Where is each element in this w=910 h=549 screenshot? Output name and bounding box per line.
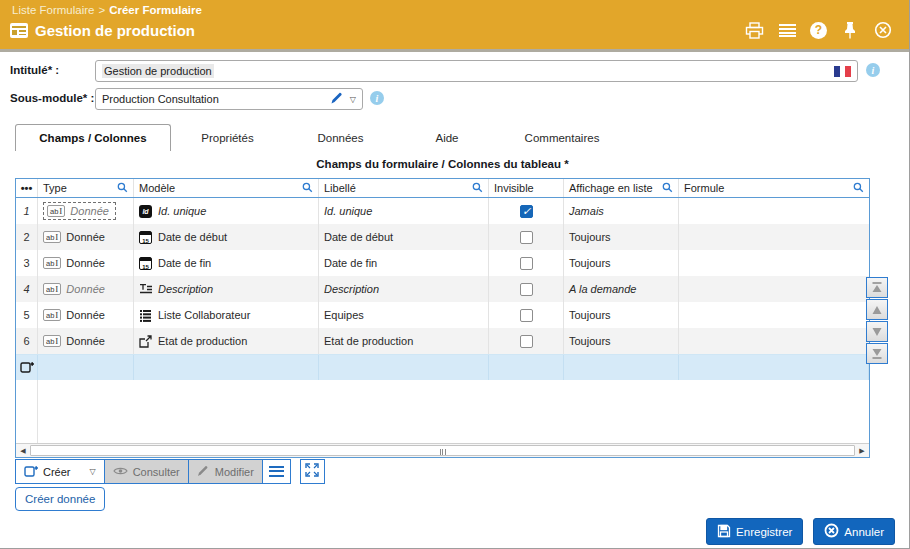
chevron-down-icon[interactable]: ▽ — [350, 95, 356, 104]
enregistrer-button[interactable]: Enregistrer — [706, 518, 803, 545]
invisible-checkbox[interactable] — [520, 335, 533, 348]
intitule-info-icon[interactable]: i — [866, 63, 880, 77]
breadcrumb-separator: > — [98, 4, 105, 16]
column-header-libelle[interactable]: Libellé — [319, 179, 489, 197]
form-icon — [10, 23, 28, 38]
scrollbar-thumb[interactable] — [30, 445, 855, 456]
creer-donnee-button[interactable]: Créer donnée — [15, 487, 105, 511]
annuler-button[interactable]: Annuler — [813, 518, 895, 545]
tab-proprietes[interactable]: Propriétés — [171, 124, 284, 151]
multiline-text-icon — [139, 283, 152, 296]
close-icon[interactable] — [873, 20, 893, 40]
pencil-icon — [197, 464, 210, 479]
intitule-input[interactable]: Gestion de production — [95, 60, 858, 82]
add-record-icon — [24, 464, 38, 480]
row-number: 6 — [16, 328, 38, 354]
row-number: 3 — [16, 250, 38, 276]
column-header-rownum[interactable]: ••• — [16, 179, 38, 197]
column-header-invisible[interactable]: Invisible — [489, 179, 564, 197]
column-header-type[interactable]: Type — [38, 179, 134, 197]
sous-module-select[interactable]: Production Consultation ▽ — [95, 88, 363, 110]
list-icon — [139, 309, 152, 322]
tab-commentaires[interactable]: Commentaires — [497, 124, 627, 151]
table-caption: Champs du formulaire / Colonnes du table… — [15, 158, 870, 170]
table-row[interactable]: 5 abIDonnée Liste Collaborateur Equipes … — [16, 302, 869, 328]
help-icon[interactable]: ? — [810, 22, 827, 39]
sous-module-info-icon[interactable]: i — [370, 91, 384, 105]
save-icon — [717, 524, 731, 540]
search-icon[interactable] — [472, 182, 483, 195]
move-up-icon[interactable] — [866, 299, 888, 320]
scrollbar-grip-icon — [439, 449, 446, 455]
invisible-checkbox[interactable] — [520, 283, 533, 296]
printer-icon[interactable] — [744, 20, 764, 40]
insert-row-icon[interactable] — [20, 360, 34, 376]
column-header-modele[interactable]: Modèle — [134, 179, 319, 197]
move-top-icon[interactable] — [866, 277, 888, 298]
header: Liste Formulaire>Créer Formulaire Gestio… — [0, 0, 909, 52]
tab-champs-colonnes[interactable]: Champs / Colonnes — [15, 124, 171, 151]
column-header-affichage[interactable]: Affichage en liste — [564, 179, 679, 197]
breadcrumb-parent-link[interactable]: Liste Formulaire — [12, 4, 94, 16]
cancel-icon — [824, 523, 839, 540]
french-flag-icon — [834, 66, 851, 77]
sous-module-value: Production Consultation — [102, 93, 219, 105]
app-window: Liste Formulaire>Créer Formulaire Gestio… — [0, 0, 910, 549]
titlebar: Gestion de production ? — [0, 16, 909, 40]
external-link-icon — [139, 335, 152, 348]
invisible-checkbox[interactable] — [520, 205, 533, 218]
expand-button[interactable] — [300, 459, 325, 484]
invisible-checkbox[interactable] — [520, 257, 533, 270]
text-field-icon: abI — [43, 283, 61, 295]
column-header-formule[interactable]: Formule — [679, 179, 869, 197]
unique-id-icon: Id — [139, 205, 152, 218]
search-icon[interactable] — [302, 182, 313, 195]
row-number: 5 — [16, 302, 38, 328]
chevron-down-icon[interactable]: ▽ — [90, 467, 96, 476]
move-bottom-icon[interactable] — [866, 343, 888, 364]
row-number: 1 — [16, 198, 38, 224]
horizontal-scrollbar[interactable]: ◀ ▶ — [16, 443, 869, 457]
invisible-checkbox[interactable] — [520, 309, 533, 322]
table-row[interactable]: 2 abIDonnée Date de début Date de début … — [16, 224, 869, 250]
more-actions-button[interactable] — [262, 460, 290, 483]
intitule-label: Intitulé* : — [10, 64, 59, 76]
table-row[interactable]: 1 abIDonnée IdId. unique Id. unique Jama… — [16, 198, 869, 224]
text-field-icon: abI — [43, 335, 61, 347]
modifier-button[interactable]: Modifier — [188, 460, 262, 483]
search-icon[interactable] — [853, 182, 864, 195]
edit-pencil-icon[interactable] — [330, 91, 344, 107]
titlebar-actions: ? — [744, 20, 899, 40]
table-row[interactable]: 4 abIDonnée Description Description A la… — [16, 276, 869, 302]
type-cell-focused[interactable]: abIDonnée — [43, 202, 116, 220]
calendar-icon — [139, 231, 152, 244]
fields-table: ••• Type Modèle Libellé Invisible Affich… — [15, 178, 870, 458]
search-icon[interactable] — [662, 182, 673, 195]
tab-aide[interactable]: Aide — [397, 124, 497, 151]
row-number: 2 — [16, 224, 38, 250]
footer-actions: Enregistrer Annuler — [706, 518, 895, 545]
record-button-group: Créer ▽ Consulter Modifier — [15, 459, 291, 484]
move-down-icon[interactable] — [866, 321, 888, 342]
text-field-icon: abI — [43, 309, 61, 321]
scroll-right-icon[interactable]: ▶ — [855, 444, 869, 457]
menu-icon[interactable] — [777, 20, 797, 40]
consulter-button[interactable]: Consulter — [104, 460, 188, 483]
menu-icon — [269, 466, 284, 477]
invisible-checkbox[interactable] — [520, 231, 533, 244]
creer-button[interactable]: Créer ▽ — [16, 460, 104, 483]
text-field-icon: abI — [43, 231, 61, 243]
eye-icon — [113, 466, 128, 478]
table-header-row: ••• Type Modèle Libellé Invisible Affich… — [16, 179, 869, 198]
table-row[interactable]: 3 abIDonnée Date de fin Date de fin Touj… — [16, 250, 869, 276]
scroll-left-icon[interactable]: ◀ — [16, 444, 30, 457]
new-row[interactable] — [16, 354, 869, 380]
text-field-icon: abI — [43, 257, 61, 269]
sous-module-label: Sous-module* : — [10, 92, 94, 104]
pin-icon[interactable] — [840, 20, 860, 40]
table-row[interactable]: 6 abIDonnée Etat de production Etat de p… — [16, 328, 869, 354]
record-toolbar: Créer ▽ Consulter Modifier — [15, 459, 325, 484]
tab-donnees[interactable]: Données — [284, 124, 397, 151]
breadcrumb-current: Créer Formulaire — [109, 4, 202, 16]
search-icon[interactable] — [117, 182, 128, 195]
